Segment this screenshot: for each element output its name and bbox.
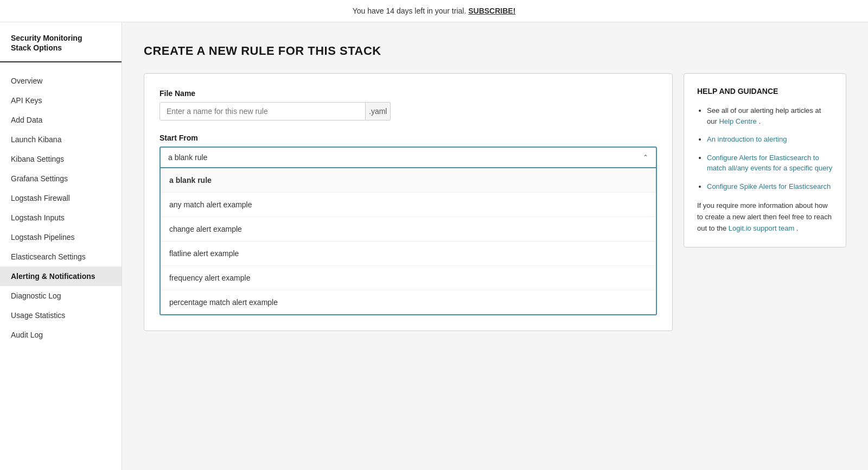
content-row: File Name .yaml Start From a blank rule … (144, 73, 846, 331)
page-title: CREATE A NEW RULE FOR THIS STACK (144, 44, 846, 58)
sidebar-brand: Security Monitoring Stack Options (0, 33, 122, 62)
sidebar-item-add-data[interactable]: Add Data (0, 110, 122, 130)
help-item-1-text-after: . (758, 117, 761, 125)
banner-text: You have 14 days left in your trial. (353, 7, 467, 15)
help-centre-link[interactable]: Help Centre (719, 117, 756, 125)
sidebar-nav: OverviewAPI KeysAdd DataLaunch KibanaKib… (0, 71, 122, 345)
help-footer-end: . (796, 224, 799, 232)
sidebar-item-logstash-pipelines[interactable]: Logstash Pipelines (0, 227, 122, 247)
sidebar-item-diagnostic-log[interactable]: Diagnostic Log (0, 286, 122, 306)
dropdown-option[interactable]: change alert example (161, 217, 656, 242)
help-panel: HELP AND GUIDANCE See all of our alertin… (684, 73, 846, 247)
help-item-2: An introduction to alerting (707, 134, 833, 145)
support-team-link[interactable]: Logit.io support team (729, 224, 794, 232)
dropdown-option[interactable]: flatline alert example (161, 242, 656, 266)
dropdown-option[interactable]: a blank rule (161, 168, 656, 193)
help-item-3: Configure Alerts for Elasticsearch to ma… (707, 153, 833, 174)
sidebar-item-logstash-inputs[interactable]: Logstash Inputs (0, 208, 122, 227)
configure-spike-link[interactable]: Configure Spike Alerts for Elasticsearch (707, 182, 831, 190)
sidebar-item-alerting-notifications[interactable]: Alerting & Notifications (0, 266, 122, 286)
sidebar-item-audit-log[interactable]: Audit Log (0, 325, 122, 345)
brand-title: Security Monitoring Stack Options (11, 33, 111, 53)
sidebar: Security Monitoring Stack Options Overvi… (0, 22, 122, 470)
selected-option-text: a blank rule (168, 153, 207, 162)
start-from-label: Start From (159, 134, 657, 142)
sidebar-item-grafana-settings[interactable]: Grafana Settings (0, 169, 122, 188)
sidebar-item-elasticsearch-settings[interactable]: Elasticsearch Settings (0, 247, 122, 266)
file-name-row: .yaml (159, 102, 657, 120)
main-content: CREATE A NEW RULE FOR THIS STACK File Na… (122, 22, 868, 470)
help-footer: If you require more information about ho… (697, 200, 833, 234)
file-name-input[interactable] (159, 102, 366, 120)
sidebar-item-logstash-firewall[interactable]: Logstash Firewall (0, 188, 122, 208)
chevron-up-icon: ⌃ (643, 154, 648, 161)
form-card: File Name .yaml Start From a blank rule … (144, 73, 673, 331)
sidebar-item-api-keys[interactable]: API Keys (0, 91, 122, 110)
dropdown-option[interactable]: frequency alert example (161, 266, 656, 290)
file-name-label: File Name (159, 89, 657, 98)
sidebar-item-launch-kibana[interactable]: Launch Kibana (0, 130, 122, 149)
file-extension: .yaml (366, 102, 391, 120)
sidebar-item-kibana-settings[interactable]: Kibana Settings (0, 149, 122, 169)
help-list: See all of our alerting help articles at… (697, 105, 833, 192)
dropdown-option[interactable]: any match alert example (161, 193, 656, 217)
intro-alerting-link[interactable]: An introduction to alerting (707, 135, 787, 143)
dropdown-option[interactable]: percentage match alert example (161, 290, 656, 314)
trial-banner: You have 14 days left in your trial. SUB… (0, 0, 868, 22)
help-item-1: See all of our alerting help articles at… (707, 105, 833, 126)
help-title: HELP AND GUIDANCE (697, 87, 833, 96)
sidebar-item-overview[interactable]: Overview (0, 71, 122, 91)
sidebar-item-usage-statistics[interactable]: Usage Statistics (0, 306, 122, 325)
help-item-4: Configure Spike Alerts for Elasticsearch (707, 181, 833, 192)
dropdown-list: a blank ruleany match alert examplechang… (159, 168, 657, 315)
app-layout: Security Monitoring Stack Options Overvi… (0, 22, 868, 470)
subscribe-link[interactable]: SUBSCRIBE! (468, 7, 515, 15)
start-from-dropdown[interactable]: a blank rule ⌃ a blank ruleany match ale… (159, 147, 657, 315)
dropdown-selected-value[interactable]: a blank rule ⌃ (159, 147, 657, 168)
configure-alerts-link[interactable]: Configure Alerts for Elasticsearch to ma… (707, 154, 832, 173)
